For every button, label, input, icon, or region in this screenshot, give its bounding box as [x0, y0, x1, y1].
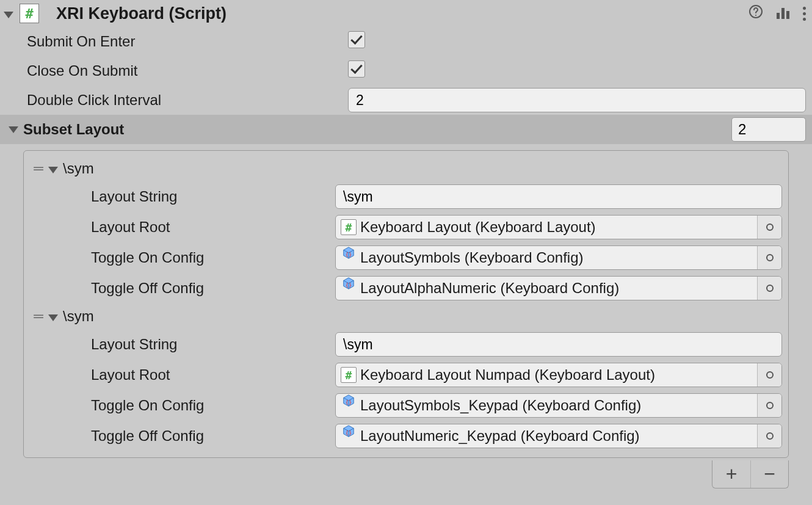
component-title: XRI Keyboard (Script): [56, 4, 749, 23]
list-item: ═ \sym Layout String Layout Root # Keybo…: [30, 303, 782, 451]
toggle-off-config-object-field[interactable]: {} LayoutAlphaNumeric (Keyboard Config): [335, 276, 782, 300]
script-icon: #: [20, 4, 39, 23]
property-label: Close On Submit: [6, 62, 348, 79]
chevron-down-icon: [9, 126, 18, 133]
property-label: Toggle On Config: [91, 249, 335, 266]
layout-string-input[interactable]: [335, 332, 782, 357]
svg-point-1: [755, 15, 756, 16]
chevron-down-icon: [48, 314, 58, 321]
object-picker-icon[interactable]: [757, 394, 781, 417]
drag-handle-icon[interactable]: ═: [31, 165, 45, 172]
object-field-text: Keyboard Layout Numpad (Keyboard Layout): [358, 363, 757, 387]
svg-text:{}: {}: [345, 429, 352, 436]
kebab-menu-icon[interactable]: [803, 7, 806, 21]
subset-layout-header: Subset Layout: [0, 115, 812, 144]
help-icon[interactable]: [749, 4, 763, 23]
item-name: \sym: [63, 308, 94, 325]
property-label: Layout String: [91, 336, 335, 353]
preset-icon[interactable]: [777, 8, 789, 19]
subset-layout-count-input[interactable]: [731, 117, 806, 142]
property-row-submit-on-enter: Submit On Enter: [0, 27, 812, 56]
double-click-interval-input[interactable]: [348, 88, 806, 112]
property-label: Layout Root: [91, 219, 335, 236]
item-foldout[interactable]: [48, 308, 58, 325]
object-field-text: LayoutAlphaNumeric (Keyboard Config): [358, 277, 757, 300]
object-picker-icon[interactable]: [757, 277, 781, 300]
object-picker-icon[interactable]: [757, 246, 781, 269]
submit-on-enter-checkbox[interactable]: [348, 31, 365, 48]
property-row-double-click-interval: Double Click Interval: [0, 85, 812, 115]
object-field-text: LayoutSymbols_Keypad (Keyboard Config): [358, 394, 757, 417]
object-picker-icon[interactable]: [757, 363, 781, 387]
chevron-down-icon: [4, 12, 13, 18]
subset-layout-foldout[interactable]: [6, 126, 21, 133]
list-item: ═ \sym Layout String Layout Root # Keybo…: [30, 156, 782, 303]
drag-handle-icon[interactable]: ═: [31, 313, 45, 320]
list-footer: + −: [0, 460, 789, 489]
property-label: Toggle On Config: [91, 397, 335, 414]
remove-item-button[interactable]: −: [750, 460, 788, 488]
scriptable-object-icon: {}: [339, 424, 358, 438]
close-on-submit-checkbox[interactable]: [348, 60, 365, 78]
layout-root-object-field[interactable]: # Keyboard Layout (Keyboard Layout): [335, 215, 782, 239]
script-icon: #: [339, 363, 358, 387]
chevron-down-icon: [48, 167, 58, 173]
script-icon: #: [339, 216, 358, 239]
scriptable-object-icon: {}: [339, 394, 358, 407]
object-field-text: Keyboard Layout (Keyboard Layout): [358, 216, 757, 239]
property-row-close-on-submit: Close On Submit: [0, 56, 812, 85]
svg-text:{}: {}: [345, 251, 352, 258]
component-foldout[interactable]: [4, 5, 16, 22]
layout-string-input[interactable]: [335, 184, 782, 209]
object-field-text: LayoutSymbols (Keyboard Config): [358, 246, 757, 269]
property-label: Toggle Off Config: [91, 280, 335, 297]
scriptable-object-icon: {}: [339, 277, 358, 290]
property-label: Toggle Off Config: [91, 427, 335, 445]
object-picker-icon[interactable]: [757, 216, 781, 239]
subset-layout-list: ═ \sym Layout String Layout Root # Keybo…: [23, 150, 789, 458]
toggle-on-config-object-field[interactable]: {} LayoutSymbols (Keyboard Config): [335, 245, 782, 270]
add-item-button[interactable]: +: [712, 460, 750, 488]
layout-root-object-field[interactable]: # Keyboard Layout Numpad (Keyboard Layou…: [335, 363, 782, 387]
property-label: Layout Root: [91, 366, 335, 383]
item-name: \sym: [63, 160, 94, 177]
toggle-off-config-object-field[interactable]: {} LayoutNumeric_Keypad (Keyboard Config…: [335, 424, 782, 448]
property-label: Double Click Interval: [6, 92, 348, 109]
property-label: Layout String: [91, 188, 335, 205]
subset-layout-title: Subset Layout: [23, 121, 731, 138]
svg-text:{}: {}: [345, 399, 352, 405]
object-picker-icon[interactable]: [757, 424, 781, 448]
item-foldout[interactable]: [48, 160, 58, 177]
toggle-on-config-object-field[interactable]: {} LayoutSymbols_Keypad (Keyboard Config…: [335, 393, 782, 418]
component-header: # XRI Keyboard (Script): [0, 0, 812, 27]
svg-text:{}: {}: [345, 282, 352, 288]
object-field-text: LayoutNumeric_Keypad (Keyboard Config): [358, 424, 757, 448]
scriptable-object-icon: {}: [339, 246, 358, 260]
property-label: Submit On Enter: [6, 33, 348, 50]
